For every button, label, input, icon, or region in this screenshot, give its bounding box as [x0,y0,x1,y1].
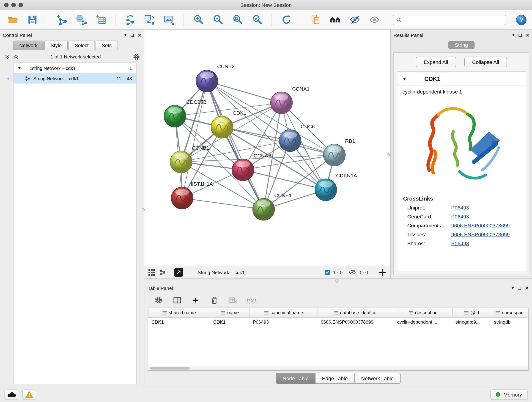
save-session-button[interactable] [25,13,40,27]
expand-all-icon[interactable] [13,54,18,59]
function-builder-button[interactable]: f(x) [247,296,256,305]
delete-table-button-disabled[interactable] [228,296,237,305]
column-header-description[interactable]: description [394,308,452,317]
new-network-from-table-button[interactable] [142,13,157,27]
refresh-view-button[interactable] [279,13,293,27]
column-header-name[interactable]: name [210,308,250,317]
import-table-from-file-button[interactable] [94,13,108,27]
current-network-title: String Network – cdk1 [198,269,245,275]
control-panel-close-button[interactable]: × [138,32,141,38]
crosslink-pharos-link[interactable]: P06493 [451,240,469,246]
search-input[interactable] [404,17,503,22]
network-canvas[interactable]: CCNB2CCNA1CDC25BCDK1CDC6RB1CCNB1CCNA2CDK… [144,30,390,266]
help-button[interactable]: ? [516,15,526,25]
gene-description: cyclin-dependent kinase 1 [397,86,526,95]
show-columns-button[interactable] [172,296,181,305]
column-sort-icon [221,311,225,315]
delete-column-button[interactable] [210,296,219,305]
network-collection-row[interactable]: ▼ String Network – cdk1 1 [13,63,136,73]
zoom-selected-button[interactable] [250,13,264,27]
window-minimize-button[interactable] [12,3,16,7]
search-box[interactable] [393,15,506,25]
grid-view-icon[interactable] [148,269,155,276]
copy-button[interactable] [308,13,323,27]
window-zoom-button[interactable] [19,3,23,7]
crosslink-row: Tissues:9606.ENSP00000378699 [397,230,526,239]
network-edge-ccnb2-hist1h1a[interactable] [182,81,207,198]
tab-select[interactable]: Select [69,41,95,50]
gene-section-caret[interactable]: ▼ [403,77,407,82]
pan-crosshair-icon[interactable] [379,269,386,276]
column-header-namespac[interactable]: namespac [491,308,528,317]
tab-edge-table[interactable]: Edge Table [316,373,355,384]
expand-all-button[interactable]: Expand All [416,57,456,68]
import-network-from-database-button[interactable] [74,13,89,27]
warning-icon [25,391,33,398]
new-network-button[interactable] [123,13,137,27]
crosslink-tissues-link[interactable]: 9606.ENSP00000378699 [451,231,510,237]
network-row-selected[interactable]: String Network – cdk1 11 48 [13,73,136,84]
collapse-all-icon[interactable] [5,54,10,59]
open-session-button[interactable] [6,13,20,27]
column-header--id[interactable]: @id [452,308,491,317]
table-row[interactable]: CDK1CDK1P064939606.ENSP00000378699cyclin… [148,317,528,326]
node-label-rb1: RB1 [345,138,355,144]
table-panel-close-button[interactable]: × [525,285,529,291]
node-label-cdkn1a: CDKN1A [336,173,357,179]
hide-selected-button[interactable] [348,13,362,27]
network-edge-ccnb2-ccna1[interactable] [207,81,282,103]
memory-button[interactable]: Memory [490,389,527,400]
home-networks-button[interactable] [328,13,342,27]
results-splitter-handle[interactable] [387,153,390,157]
show-all-button[interactable] [367,13,381,27]
table-panel-float-button[interactable] [518,287,521,290]
column-header-shared-name[interactable]: shared name [148,308,210,317]
tab-sets[interactable]: Sets [95,41,118,50]
results-panel-menu-button[interactable]: ▾ [513,33,515,37]
hidden-eye-slash-icon[interactable] [349,269,355,275]
control-panel-menu-button[interactable]: ▾ [124,33,127,37]
export-image-button[interactable] [162,13,177,27]
table-type-tabs: Node TableEdge TableNetwork Table [148,370,529,387]
column-header-database-identifier[interactable]: database identifier [318,308,394,317]
tab-node-table[interactable]: Node Table [276,373,316,384]
window-close-button[interactable] [4,3,9,7]
scrollbar-thumb[interactable] [150,367,190,370]
node-gloss-highlight [283,132,297,138]
vertical-splitter-handle[interactable] [142,208,145,211]
selected-checkbox-icon[interactable] [325,269,330,275]
collection-expand-caret[interactable]: ▼ [18,66,21,70]
network-edge-ccnb2-ccne1[interactable] [207,81,264,210]
tab-network[interactable]: Network [13,41,44,50]
zoom-fit-button[interactable] [230,13,245,27]
network-list-view-icon[interactable] [159,269,166,276]
crosslink-compartments-link[interactable]: 9606.ENSP00000378699 [451,223,510,229]
horizontal-scrollbar[interactable] [148,366,528,370]
splitter-handle[interactable] [336,280,339,283]
add-column-button[interactable]: + [191,296,200,305]
control-panel-float-button[interactable] [131,33,134,37]
results-panel-float-button[interactable] [519,33,522,37]
column-header-canonical-name[interactable]: canonical name [250,308,318,317]
network-options-gear-icon[interactable] [133,53,140,60]
crosslink-uniprot-link[interactable]: P06493 [451,205,469,211]
table-panel-menu-button[interactable]: ▾ [512,286,514,290]
horizontal-splitter[interactable] [144,279,532,283]
node-gloss-highlight [168,107,182,114]
network-view: CCNB2CCNA1CDC25BCDK1CDC6RB1CCNB1CCNA2CDK… [144,30,390,279]
tab-string[interactable]: String [448,41,475,49]
open-in-window-button[interactable] [174,268,183,277]
crosslink-genecard-link[interactable]: P06493 [451,214,469,220]
network-edge-hist1h1a-ccne1[interactable] [182,198,264,210]
zoom-in-button[interactable] [191,13,206,27]
tab-network-table[interactable]: Network Table [355,373,401,384]
warnings-button[interactable] [22,389,36,400]
cloud-status-button[interactable] [5,389,18,400]
table-settings-button[interactable] [154,296,163,305]
zoom-out-button[interactable] [211,13,225,27]
import-network-from-file-button[interactable] [54,13,69,27]
results-panel-close-button[interactable]: × [526,32,529,38]
collection-name: String Network – cdk1 [30,65,76,71]
tab-style[interactable]: Style [44,41,68,50]
collapse-all-button[interactable]: Collapse All [464,57,507,68]
